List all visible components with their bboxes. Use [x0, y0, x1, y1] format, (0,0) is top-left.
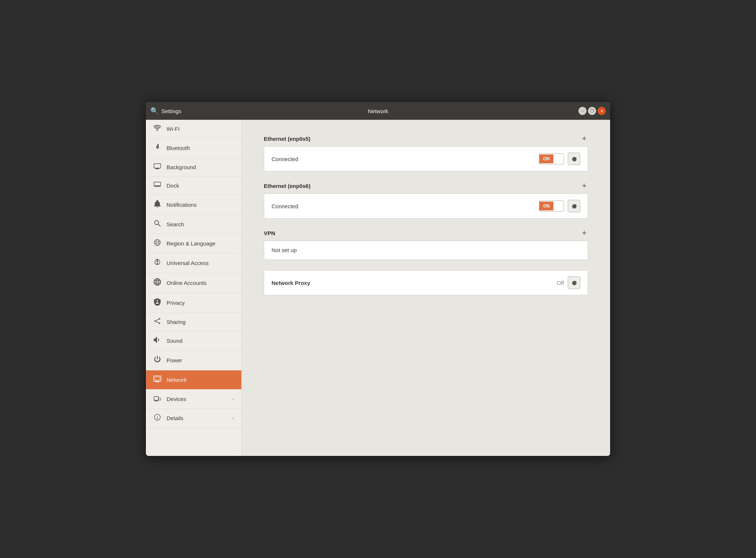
titlebar-controls: − ❐ ✕ [532, 107, 606, 115]
sidebar-label-sound: Sound [167, 338, 234, 344]
sound-icon [153, 336, 161, 345]
vpn-card: Not set up [264, 241, 588, 260]
details-icon: i [153, 414, 161, 422]
settings-title: Settings [161, 108, 181, 114]
svg-point-18 [159, 322, 160, 324]
sidebar-label-network: Network [167, 377, 234, 383]
sidebar-item-dock[interactable]: Dock [146, 177, 241, 195]
settings-window: 🔍 Settings Network − ❐ ✕ Wi-Fi [146, 102, 610, 456]
network-icon [153, 376, 161, 384]
vpn-section: VPN + Not set up [264, 229, 588, 260]
sidebar-item-sharing[interactable]: Sharing [146, 313, 241, 331]
page-title: Network [368, 108, 388, 114]
content-area: Wi-Fi Bluetooth Background [146, 120, 610, 456]
svg-point-8 [156, 240, 159, 245]
sidebar-item-wifi[interactable]: Wi-Fi [146, 120, 241, 138]
close-button[interactable]: ✕ [598, 107, 606, 115]
devices-arrow-icon: › [232, 396, 234, 402]
ethernet1-title: Ethernet (enp0s5) [264, 136, 311, 142]
proxy-label: Network Proxy [272, 280, 310, 286]
ethernet2-section: Ethernet (enp0s6) + Connected ON [264, 182, 588, 219]
titlebar-center: Network [224, 108, 532, 114]
svg-rect-23 [155, 377, 160, 380]
svg-point-19 [154, 320, 156, 322]
sidebar-item-region[interactable]: Region & Language [146, 234, 241, 253]
ethernet1-status: Connected [272, 156, 298, 162]
search-icon [153, 220, 161, 229]
minimize-button[interactable]: − [578, 107, 587, 115]
region-icon [153, 239, 161, 248]
details-arrow-icon: › [232, 415, 234, 421]
sidebar-item-devices[interactable]: Devices › [146, 390, 241, 409]
ethernet2-toggle-off [553, 201, 564, 211]
ethernet1-add-button[interactable]: + [580, 135, 588, 143]
ethernet1-gear-button[interactable] [568, 153, 580, 165]
ethernet1-toggle-off [553, 154, 564, 164]
proxy-gear-button[interactable] [568, 276, 580, 289]
titlebar: 🔍 Settings Network − ❐ ✕ [146, 102, 610, 120]
maximize-button[interactable]: ❐ [588, 107, 596, 115]
ethernet1-header: Ethernet (enp0s5) + [264, 135, 588, 143]
sidebar-label-devices: Devices [167, 396, 227, 402]
ethernet1-toggle[interactable]: ON [539, 153, 564, 164]
sidebar-item-details[interactable]: i Details › [146, 409, 241, 428]
privacy-icon [153, 298, 161, 307]
sidebar-label-details: Details [167, 415, 227, 421]
sidebar-item-power[interactable]: Power [146, 351, 241, 370]
ethernet2-title: Ethernet (enp0s6) [264, 183, 311, 189]
sidebar-item-notifications[interactable]: Notifications [146, 195, 241, 215]
sidebar-label-background: Background [167, 164, 234, 170]
sidebar-item-privacy[interactable]: Privacy [146, 293, 241, 313]
main-content: Ethernet (enp0s5) + Connected ON [242, 120, 610, 456]
vpn-header: VPN + [264, 229, 588, 237]
sidebar-item-universal-access[interactable]: Universal Access [146, 253, 241, 273]
universal-access-icon [153, 258, 161, 268]
ethernet2-toggle-on-label: ON [539, 202, 553, 210]
sidebar-item-bluetooth[interactable]: Bluetooth [146, 138, 241, 158]
ethernet1-card: Connected ON [264, 146, 588, 171]
sidebar: Wi-Fi Bluetooth Background [146, 120, 242, 456]
sidebar-item-sound[interactable]: Sound [146, 331, 241, 351]
sidebar-label-bluetooth: Bluetooth [167, 145, 234, 151]
svg-rect-28 [159, 398, 161, 400]
svg-line-6 [158, 224, 160, 226]
ethernet2-add-button[interactable]: + [580, 182, 588, 190]
sidebar-label-region: Region & Language [167, 240, 234, 247]
sidebar-label-dock: Dock [167, 182, 234, 189]
dock-icon [153, 182, 161, 189]
notifications-icon [153, 200, 161, 209]
sidebar-label-wifi: Wi-Fi [167, 126, 234, 132]
sidebar-item-background[interactable]: Background [146, 158, 241, 177]
search-icon: 🔍 [150, 107, 158, 115]
sidebar-item-online-accounts[interactable]: Online Accounts [146, 273, 241, 293]
sidebar-item-network[interactable]: Network [146, 370, 241, 390]
sidebar-label-search: Search [167, 221, 234, 227]
online-accounts-icon [153, 278, 161, 287]
devices-icon [153, 395, 161, 403]
svg-line-21 [156, 321, 159, 323]
proxy-controls: Off [557, 276, 580, 289]
sidebar-item-search[interactable]: Search [146, 215, 241, 234]
ethernet2-toggle[interactable]: ON [539, 200, 564, 212]
ethernet2-card: Connected ON [264, 193, 588, 219]
vpn-add-button[interactable]: + [580, 229, 588, 237]
svg-rect-2 [155, 169, 160, 169]
svg-text:i: i [157, 415, 158, 420]
sidebar-label-power: Power [167, 357, 234, 363]
svg-rect-0 [154, 164, 161, 168]
ethernet1-section: Ethernet (enp0s5) + Connected ON [264, 135, 588, 171]
sidebar-label-sharing: Sharing [167, 319, 234, 325]
svg-point-17 [159, 318, 160, 320]
proxy-status: Off [557, 280, 564, 286]
ethernet2-status: Connected [272, 203, 298, 209]
svg-point-7 [154, 240, 160, 245]
background-icon [153, 163, 161, 171]
ethernet2-gear-button[interactable] [568, 200, 580, 212]
sidebar-label-notifications: Notifications [167, 202, 234, 208]
svg-rect-27 [154, 397, 158, 400]
ethernet2-controls: ON [539, 200, 580, 212]
svg-rect-1 [156, 168, 159, 169]
bluetooth-icon [153, 143, 161, 153]
titlebar-left: 🔍 Settings [150, 107, 224, 115]
proxy-section: Network Proxy Off [264, 270, 588, 295]
